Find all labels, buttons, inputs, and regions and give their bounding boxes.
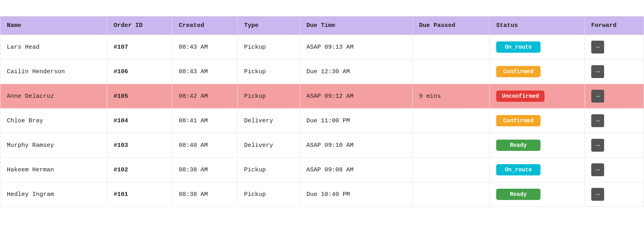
cell-name: Lars Head: [0, 35, 107, 60]
forward-button[interactable]: →: [591, 41, 604, 54]
cell-duetime: ASAP 09:12 AM: [300, 84, 412, 109]
table-header: Name Order ID Created Type Due Time Due …: [0, 16, 644, 35]
cell-created: 08:42 AM: [172, 84, 238, 109]
col-header-duetime: Due Time: [300, 16, 412, 35]
cell-orderid: #103: [107, 133, 172, 158]
cell-status: Confirmed: [490, 109, 585, 133]
cell-duepassed: [412, 109, 489, 133]
cell-created: 08:43 AM: [172, 60, 238, 84]
cell-type: Pickup: [238, 35, 300, 60]
cell-type: Pickup: [238, 84, 300, 109]
status-badge: Confirmed: [496, 66, 540, 77]
col-header-orderid: Order ID: [107, 16, 172, 35]
cell-duepassed: [412, 60, 489, 84]
forward-button[interactable]: →: [591, 163, 604, 176]
status-badge: Ready: [496, 189, 540, 200]
forward-button[interactable]: →: [591, 188, 604, 201]
cell-forward: →: [584, 35, 644, 60]
cell-type: Pickup: [238, 158, 300, 182]
cell-created: 08:41 AM: [172, 109, 238, 133]
status-badge: Ready: [496, 140, 540, 151]
col-header-status: Status: [490, 16, 585, 35]
cell-name: Hakeem Herman: [0, 158, 107, 182]
table-row: Anne Delacruz#10508:42 AMPickupASAP 09:1…: [0, 84, 644, 109]
header-row: Name Order ID Created Type Due Time Due …: [0, 16, 644, 35]
cell-forward: →: [584, 158, 644, 182]
status-badge: Confirmed: [496, 115, 540, 126]
status-badge: On_route: [496, 41, 540, 53]
orders-table: Name Order ID Created Type Due Time Due …: [0, 16, 644, 207]
cell-status: On_route: [490, 158, 585, 182]
cell-duepassed: [412, 35, 489, 60]
cell-name: Anne Delacruz: [0, 84, 107, 109]
cell-duepassed: [412, 182, 489, 207]
cell-status: Ready: [490, 182, 585, 207]
cell-duetime: ASAP 09:10 AM: [300, 133, 412, 158]
col-header-created: Created: [172, 16, 238, 35]
col-header-duepassed: Due Passed: [412, 16, 489, 35]
cell-created: 08:43 AM: [172, 35, 238, 60]
table-row: Hakeem Herman#10208:38 AMPickupASAP 09:0…: [0, 158, 644, 182]
cell-duetime: Due 10:40 PM: [300, 182, 412, 207]
cell-name: Cailin Henderson: [0, 60, 107, 84]
cell-orderid: #107: [107, 35, 172, 60]
cell-forward: →: [584, 182, 644, 207]
table-row: Murphy Ramsey#10308:40 AMDeliveryASAP 09…: [0, 133, 644, 158]
cell-forward: →: [584, 109, 644, 133]
cell-duetime: ASAP 09:13 AM: [300, 35, 412, 60]
forward-button[interactable]: →: [591, 139, 604, 152]
cell-status: On_route: [490, 35, 585, 60]
cell-orderid: #101: [107, 182, 172, 207]
col-header-forward: Forward: [584, 16, 644, 35]
cell-forward: →: [584, 133, 644, 158]
cell-status: Confirmed: [490, 60, 585, 84]
status-badge: On_route: [496, 164, 540, 175]
cell-forward: →: [584, 84, 644, 109]
cell-status: Ready: [490, 133, 585, 158]
table-body: Lars Head#10708:43 AMPickupASAP 09:13 AM…: [0, 35, 644, 207]
cell-created: 08:40 AM: [172, 133, 238, 158]
table-row: Chloe Bray#10408:41 AMDeliveryDue 11:00 …: [0, 109, 644, 133]
cell-duepassed: [412, 133, 489, 158]
cell-orderid: #105: [107, 84, 172, 109]
cell-duetime: Due 11:00 PM: [300, 109, 412, 133]
cell-duetime: Due 12:30 AM: [300, 60, 412, 84]
cell-status: Unconfirmed: [490, 84, 585, 109]
cell-type: Delivery: [238, 109, 300, 133]
forward-button[interactable]: →: [591, 114, 604, 127]
col-header-name: Name: [0, 16, 107, 35]
cell-name: Murphy Ramsey: [0, 133, 107, 158]
cell-type: Delivery: [238, 133, 300, 158]
cell-created: 08:38 AM: [172, 182, 238, 207]
cell-type: Pickup: [238, 60, 300, 84]
table-row: Lars Head#10708:43 AMPickupASAP 09:13 AM…: [0, 35, 644, 60]
cell-type: Pickup: [238, 182, 300, 207]
cell-forward: →: [584, 60, 644, 84]
cell-duepassed: [412, 158, 489, 182]
cell-orderid: #106: [107, 60, 172, 84]
status-badge: Unconfirmed: [496, 91, 545, 102]
forward-button[interactable]: →: [591, 90, 604, 103]
col-header-type: Type: [238, 16, 300, 35]
cell-orderid: #102: [107, 158, 172, 182]
table-row: Hedley Ingram#10108:38 AMPickupDue 10:40…: [0, 182, 644, 207]
cell-created: 08:38 AM: [172, 158, 238, 182]
cell-orderid: #104: [107, 109, 172, 133]
cell-name: Hedley Ingram: [0, 182, 107, 207]
cell-duetime: ASAP 09:08 AM: [300, 158, 412, 182]
table-row: Cailin Henderson#10608:43 AMPickupDue 12…: [0, 60, 644, 84]
cell-duepassed: 9 mins: [412, 84, 489, 109]
forward-button[interactable]: →: [591, 65, 604, 78]
cell-name: Chloe Bray: [0, 109, 107, 133]
